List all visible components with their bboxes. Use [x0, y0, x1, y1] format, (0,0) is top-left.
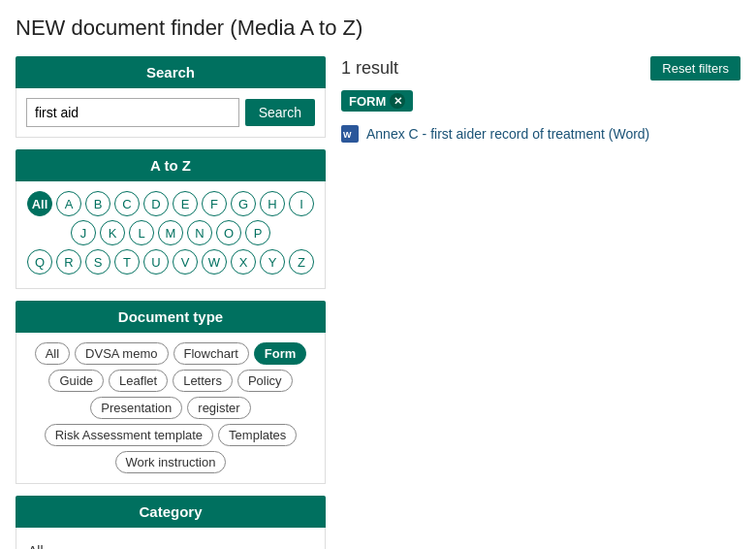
atoz-btn-f[interactable]: F	[202, 191, 227, 216]
doctype-tag-form[interactable]: Form	[254, 342, 307, 365]
search-input[interactable]	[26, 98, 239, 127]
atoz-btn-p[interactable]: P	[245, 220, 270, 245]
atoz-header: A to Z	[16, 149, 326, 181]
active-filters: FORM ✕	[341, 90, 740, 112]
atoz-btn-u[interactable]: U	[143, 249, 169, 274]
atoz-btn-y[interactable]: Y	[260, 249, 285, 274]
page-title: NEW document finder (Media A to Z)	[16, 16, 740, 41]
result-link[interactable]: Annex C - first aider record of treatmen…	[366, 126, 649, 142]
atoz-btn-g[interactable]: G	[231, 191, 256, 216]
doctype-tag-risk-assessment-template[interactable]: Risk Assessment template	[45, 424, 213, 446]
active-filter-badge: FORM ✕	[341, 90, 413, 112]
search-section: Search Search	[16, 56, 326, 138]
atoz-btn-i[interactable]: I	[289, 191, 314, 216]
doctype-tag-guide[interactable]: Guide	[48, 370, 104, 392]
atoz-btn-w[interactable]: W	[202, 249, 227, 274]
doctype-tag-work-instruction[interactable]: Work instruction	[115, 451, 227, 473]
doctype-tag-flowchart[interactable]: Flowchart	[173, 342, 249, 365]
atoz-btn-d[interactable]: D	[143, 191, 169, 216]
right-panel: 1 result Reset filters FORM ✕ WAnnex C -…	[341, 56, 740, 549]
results-list: WAnnex C - first aider record of treatme…	[341, 121, 740, 146]
search-button[interactable]: Search	[245, 99, 315, 126]
doctype-tag-dvsa-memo[interactable]: DVSA memo	[75, 342, 168, 365]
atoz-btn-l[interactable]: L	[129, 220, 154, 245]
result-item: WAnnex C - first aider record of treatme…	[341, 121, 740, 146]
left-panel: Search Search A to Z AllABCDEFGHIJKLMNOP…	[16, 56, 326, 549]
doctype-tag-templates[interactable]: Templates	[218, 424, 297, 446]
remove-filter-button[interactable]: ✕	[390, 93, 405, 109]
atoz-section: A to Z AllABCDEFGHIJKLMNOP QRSTUVWXYZ	[16, 149, 326, 289]
results-count: 1 result	[341, 58, 398, 79]
doctype-tag-letters[interactable]: Letters	[173, 370, 233, 392]
atoz-btn-n[interactable]: N	[187, 220, 212, 245]
atoz-btn-t[interactable]: T	[114, 249, 140, 274]
atoz-btn-q[interactable]: Q	[27, 249, 52, 274]
atoz-btn-h[interactable]: H	[260, 191, 285, 216]
atoz-btn-x[interactable]: X	[231, 249, 256, 274]
active-filter-label: FORM	[349, 94, 386, 109]
atoz-btn-z[interactable]: Z	[289, 249, 314, 274]
atoz-btn-s[interactable]: S	[85, 249, 110, 274]
atoz-btn-v[interactable]: V	[173, 249, 198, 274]
doctype-tag-policy[interactable]: Policy	[237, 370, 293, 392]
atoz-btn-c[interactable]: C	[114, 191, 140, 216]
atoz-btn-all[interactable]: All	[27, 191, 52, 216]
atoz-btn-m[interactable]: M	[158, 220, 183, 245]
atoz-grid: AllABCDEFGHIJKLMNOP QRSTUVWXYZ	[16, 181, 325, 288]
doctype-tag-register[interactable]: register	[187, 397, 250, 419]
atoz-btn-j[interactable]: J	[71, 220, 96, 245]
doctype-section: Document type AllDVSA memoFlowchartFormG…	[16, 301, 326, 484]
word-doc-icon: W	[341, 125, 359, 143]
atoz-btn-e[interactable]: E	[173, 191, 198, 216]
doctype-tag-leaflet[interactable]: Leaflet	[109, 370, 168, 392]
category-all[interactable]: All	[28, 537, 313, 549]
svg-text:W: W	[343, 130, 352, 140]
atoz-btn-o[interactable]: O	[216, 220, 241, 245]
doctype-header: Document type	[16, 301, 326, 333]
doctype-tag-all[interactable]: All	[35, 342, 70, 365]
category-header: Category	[16, 496, 326, 528]
doctype-tags: AllDVSA memoFlowchartFormGuideLeafletLet…	[24, 342, 317, 473]
atoz-btn-r[interactable]: R	[56, 249, 81, 274]
atoz-btn-a[interactable]: A	[56, 191, 81, 216]
atoz-btn-b[interactable]: B	[85, 191, 110, 216]
reset-filters-button[interactable]: Reset filters	[650, 56, 740, 81]
category-section: Category All Chief Executives OfficeComm…	[16, 496, 326, 549]
search-header: Search	[16, 56, 326, 88]
doctype-tag-presentation[interactable]: Presentation	[90, 397, 182, 419]
atoz-btn-k[interactable]: K	[100, 220, 125, 245]
